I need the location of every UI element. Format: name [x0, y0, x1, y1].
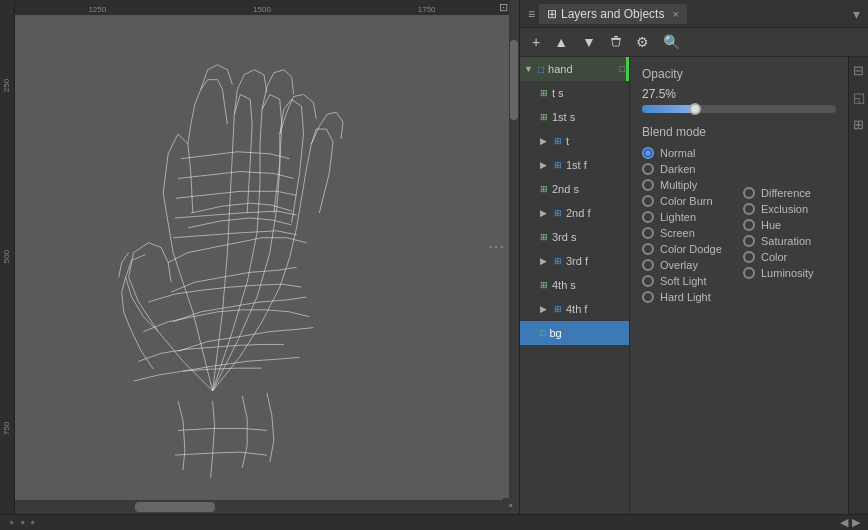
- expand-t: ▶: [540, 136, 550, 146]
- opacity-thumb[interactable]: [689, 103, 701, 115]
- blend-color[interactable]: Color: [743, 249, 836, 265]
- blend-exclusion[interactable]: Exclusion: [743, 201, 836, 217]
- layer-3rds[interactable]: ⊞ 3rd s: [520, 225, 629, 249]
- horizontal-scrollbar[interactable]: [15, 500, 509, 514]
- layer-hand[interactable]: ▼ □ hand □: [520, 57, 629, 81]
- panel-collapse-btn[interactable]: ▾: [853, 6, 860, 22]
- panel-header: ≡ ⊞ Layers and Objects × ▾: [520, 0, 868, 28]
- expand-4thf: ▶: [540, 304, 550, 314]
- panel-title: Layers and Objects: [561, 7, 664, 21]
- right-icon-2[interactable]: ◱: [851, 88, 867, 107]
- blend-darken[interactable]: Darken: [642, 161, 739, 177]
- blend-hue[interactable]: Hue: [743, 217, 836, 233]
- radio-multiply: [642, 179, 654, 191]
- radio-luminosity: [743, 267, 755, 279]
- layer-path-icon-4ths: ⊞: [540, 280, 548, 290]
- scroll-corner: ⚬: [503, 498, 519, 514]
- layer-path-icon-ts: ⊞: [540, 88, 548, 98]
- blend-lighten-label: Lighten: [660, 211, 696, 223]
- layer-t[interactable]: ▶ ⊞ t: [520, 129, 629, 153]
- layer-3rdf[interactable]: ▶ ⊞ 3rd f: [520, 249, 629, 273]
- blend-color-label: Color: [761, 251, 787, 263]
- nav-right-arrow[interactable]: ▶: [852, 516, 860, 529]
- blend-lighten[interactable]: Lighten: [642, 209, 739, 225]
- layers-list: ▼ □ hand □ ⊞ t s ⊞ 1st s: [520, 57, 630, 514]
- move-up-btn[interactable]: ▲: [550, 32, 572, 52]
- blend-col-left: Normal Darken Multiply: [642, 145, 739, 305]
- layer-ts-name: t s: [552, 87, 625, 99]
- blend-multiply-label: Multiply: [660, 179, 697, 191]
- expand-icon[interactable]: ⊡: [499, 1, 508, 14]
- add-layer-btn[interactable]: +: [528, 32, 544, 52]
- layer-1sts[interactable]: ⊞ 1st s: [520, 105, 629, 129]
- delete-layer-btn[interactable]: [606, 32, 626, 52]
- blend-screen[interactable]: Screen: [642, 225, 739, 241]
- layer-4ths[interactable]: ⊞ 4th s: [520, 273, 629, 297]
- opacity-section: Opacity 27.5%: [642, 67, 836, 113]
- opacity-label: Opacity: [642, 67, 836, 81]
- right-icons-strip: ⊟ ◱ ⊞: [848, 57, 868, 514]
- layer-path-icon-3rds: ⊞: [540, 232, 548, 242]
- blend-saturation-label: Saturation: [761, 235, 811, 247]
- blend-hardlight[interactable]: Hard Light: [642, 289, 739, 305]
- settings-btn[interactable]: ⚙: [632, 32, 653, 52]
- left-ruler: 250 500 750: [0, 0, 15, 514]
- blend-colordodge[interactable]: Color Dodge: [642, 241, 739, 257]
- blend-hardlight-label: Hard Light: [660, 291, 711, 303]
- search-btn[interactable]: 🔍: [659, 32, 684, 52]
- blend-overlay[interactable]: Overlay: [642, 257, 739, 273]
- svg-rect-2: [614, 36, 618, 38]
- layer-2nds[interactable]: ⊞ 2nd s: [520, 177, 629, 201]
- bottom-nav-arrows: ◀ ▶: [840, 516, 860, 529]
- blend-luminosity[interactable]: Luminosity: [743, 265, 836, 281]
- radio-saturation: [743, 235, 755, 247]
- right-icon-3[interactable]: ⊞: [851, 115, 866, 134]
- panel-icon: ≡: [528, 7, 535, 21]
- blend-softlight[interactable]: Soft Light: [642, 273, 739, 289]
- blend-darken-label: Darken: [660, 163, 695, 175]
- panel-body: ▼ □ hand □ ⊞ t s ⊞ 1st s: [520, 57, 868, 514]
- layer-bg[interactable]: □ bg: [520, 321, 629, 345]
- layer-group-icon-2ndf: ⊞: [554, 208, 562, 218]
- nav-left-arrow[interactable]: ◀: [840, 516, 848, 529]
- layer-4thf[interactable]: ▶ ⊞ 4th f: [520, 297, 629, 321]
- panel-close-btn[interactable]: ×: [672, 8, 678, 20]
- move-down-btn[interactable]: ▼: [578, 32, 600, 52]
- blend-mode-label: Blend mode: [642, 125, 836, 139]
- layer-path-icon-2nds: ⊞: [540, 184, 548, 194]
- layer-3rdf-name: 3rd f: [566, 255, 625, 267]
- blend-difference[interactable]: Difference: [743, 185, 836, 201]
- scrollbar-h-thumb[interactable]: [135, 502, 215, 512]
- blend-colorburn[interactable]: Color Burn: [642, 193, 739, 209]
- layer-1stf[interactable]: ▶ ⊞ 1st f: [520, 153, 629, 177]
- layers-panel: ≡ ⊞ Layers and Objects × ▾ + ▲ ▼ ⚙ 🔍: [520, 0, 868, 514]
- blend-multiply[interactable]: Multiply: [642, 177, 739, 193]
- layer-ts[interactable]: ⊞ t s: [520, 81, 629, 105]
- layer-4thf-name: 4th f: [566, 303, 625, 315]
- layer-hand-color-bar: [626, 57, 629, 81]
- blend-overlay-label: Overlay: [660, 259, 698, 271]
- blend-normal[interactable]: Normal: [642, 145, 739, 161]
- blend-luminosity-label: Luminosity: [761, 267, 814, 279]
- opacity-slider[interactable]: [642, 105, 836, 113]
- expand-1stf: ▶: [540, 160, 550, 170]
- blend-saturation[interactable]: Saturation: [743, 233, 836, 249]
- canvas-area: 🔒 1250 1500 1750 ⊡ 250 500 750: [0, 0, 520, 514]
- app-window: 🔒 1250 1500 1750 ⊡ 250 500 750: [0, 0, 868, 530]
- blend-colordodge-label: Color Dodge: [660, 243, 722, 255]
- layer-4ths-name: 4th s: [552, 279, 625, 291]
- layer-2ndf[interactable]: ▶ ⊞ 2nd f: [520, 201, 629, 225]
- opacity-value: 27.5%: [642, 87, 836, 101]
- panel-tab-layers[interactable]: ⊞ Layers and Objects ×: [539, 4, 687, 24]
- vertical-scrollbar[interactable]: [509, 0, 519, 498]
- radio-normal: [642, 147, 654, 159]
- scrollbar-v-thumb[interactable]: [510, 40, 518, 120]
- layer-rect-icon-bg: □: [540, 328, 545, 338]
- right-icon-1[interactable]: ⊟: [851, 61, 866, 80]
- layer-t-name: t: [566, 135, 625, 147]
- three-dots-menu[interactable]: ⋮: [487, 239, 506, 255]
- radio-difference: [743, 187, 755, 199]
- blend-difference-label: Difference: [761, 187, 811, 199]
- layer-hand-name: hand: [548, 63, 616, 75]
- radio-colordodge: [642, 243, 654, 255]
